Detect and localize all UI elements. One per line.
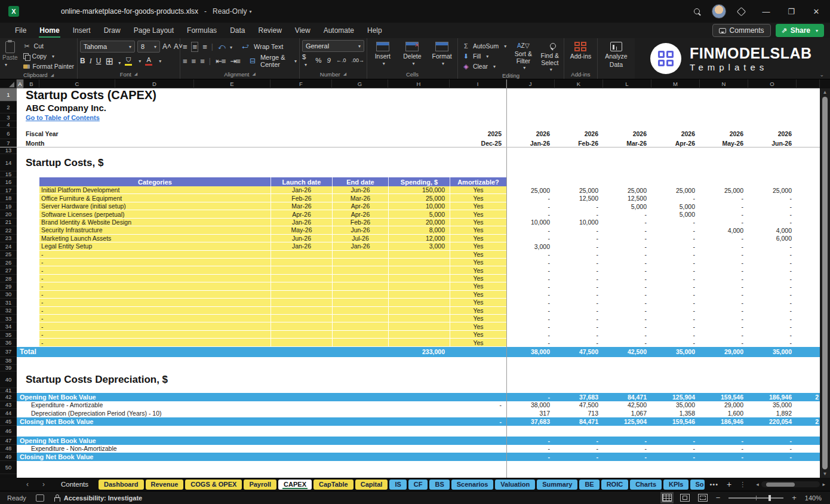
launch-cell[interactable] <box>270 339 332 346</box>
align-bottom-button[interactable]: ≡ <box>202 42 207 51</box>
empty-row[interactable] <box>17 357 820 365</box>
month-value-cell[interactable]: - <box>748 266 797 274</box>
row-header-40[interactable]: 40 <box>0 371 17 388</box>
comma-format-button[interactable]: 9 <box>327 57 331 64</box>
launch-cell[interactable]: Jun-26 <box>270 235 332 242</box>
launch-cell[interactable]: Mar-26 <box>270 202 332 210</box>
depreciation-month-value[interactable]: - <box>700 437 748 445</box>
launch-cell[interactable]: Feb-26 <box>270 194 332 202</box>
spending-cell[interactable] <box>388 322 450 330</box>
month-value-cell[interactable]: - <box>555 299 603 306</box>
launch-cell[interactable] <box>270 251 332 259</box>
depreciation-month-value[interactable]: - <box>603 453 651 461</box>
month-value-cell[interactable]: 10,000 <box>555 219 603 226</box>
month-value-cell[interactable]: - <box>506 251 555 259</box>
column-header-F[interactable]: F <box>270 79 332 88</box>
insert-cells-button[interactable]: Insert▾ <box>370 40 396 66</box>
depreciation-month-value[interactable]: 1,358 <box>651 409 700 417</box>
launch-cell[interactable] <box>270 275 332 282</box>
month-value-cell[interactable]: - <box>603 259 651 266</box>
category-cell[interactable]: - <box>39 315 270 322</box>
readonly-chevron-icon[interactable]: ▾ <box>249 9 251 14</box>
end-cell[interactable] <box>332 282 388 290</box>
month-value-cell[interactable]: - <box>603 210 651 218</box>
month-value-cell[interactable]: - <box>700 219 748 226</box>
month-value-cell[interactable]: - <box>651 219 700 226</box>
menu-tab-help[interactable]: Help <box>361 24 389 37</box>
depreciation-row-label[interactable]: Opening Net Book Value <box>17 393 436 401</box>
end-cell[interactable]: Jul-26 <box>332 235 388 242</box>
depreciation-month-value[interactable]: - <box>603 437 651 445</box>
column-header-E[interactable]: E <box>194 79 270 88</box>
zoom-in-button[interactable]: + <box>792 493 797 502</box>
merge-center-button[interactable]: Merge & Center <box>260 54 287 68</box>
month-value-cell[interactable]: - <box>603 291 651 299</box>
depreciation-month-value[interactable]: 38,000 <box>506 401 555 409</box>
empty-row[interactable] <box>17 171 820 177</box>
category-cell[interactable]: - <box>39 307 270 315</box>
amortizable-cell[interactable]: Yes <box>450 259 506 266</box>
spending-cell[interactable] <box>388 282 450 290</box>
depreciation-month-value[interactable]: 186,946 <box>748 393 797 401</box>
fiscal-label[interactable]: Fiscal Year <box>17 128 436 139</box>
month-value-cell[interactable]: - <box>555 315 603 322</box>
month-month-value[interactable]: Apr-26 <box>651 139 700 147</box>
depreciation-month-value[interactable]: 35,000 <box>651 401 700 409</box>
depreciation-month-value[interactable]: - <box>506 453 555 461</box>
depreciation-dec-value[interactable]: - <box>436 401 506 409</box>
zoom-slider-thumb[interactable] <box>768 495 771 501</box>
sheet-tab-bs[interactable]: BS <box>429 480 449 490</box>
row-header-3[interactable]: 3 <box>0 113 17 121</box>
row-header-48[interactable]: 48 <box>0 445 17 453</box>
depreciation-partial-value[interactable]: 2 <box>797 393 820 401</box>
end-cell[interactable]: Feb-26 <box>332 219 388 226</box>
depreciation-row-label[interactable]: Expenditure - Non-Amortizable <box>17 445 436 453</box>
end-cell[interactable]: Apr-26 <box>332 202 388 210</box>
launch-cell[interactable] <box>270 266 332 274</box>
month-value-cell[interactable]: - <box>603 226 651 234</box>
horizontal-scrollbar-thumb[interactable] <box>766 483 795 487</box>
month-value-cell[interactable]: - <box>506 315 555 322</box>
amortizable-cell[interactable]: Yes <box>450 339 506 346</box>
empty-row[interactable] <box>17 121 820 128</box>
add-ins-button[interactable]: Add-ins <box>567 40 595 60</box>
month-value-cell[interactable]: - <box>603 235 651 242</box>
table-header-spending-[interactable]: Spending, $ <box>388 177 450 186</box>
font-color-dropdown[interactable]: ▾ <box>159 59 161 64</box>
depreciation-month-value[interactable]: - <box>651 453 700 461</box>
depreciation-partial-value[interactable] <box>797 453 820 461</box>
percent-format-button[interactable]: % <box>315 57 321 64</box>
table-header-end-date[interactable]: End date <box>332 177 388 186</box>
fiscal-dec-value[interactable]: 2025 <box>436 128 506 139</box>
total-dec[interactable] <box>450 347 506 357</box>
share-button[interactable]: ⇗ Share ▾ <box>776 24 824 37</box>
month-value-cell[interactable]: - <box>603 322 651 330</box>
month-value-cell[interactable]: - <box>506 291 555 299</box>
month-value-cell[interactable]: - <box>603 242 651 250</box>
month-value-cell[interactable]: - <box>506 299 555 306</box>
sheet-tab-capital[interactable]: Capital <box>355 480 388 490</box>
month-value-cell[interactable]: - <box>700 322 748 330</box>
month-value-cell[interactable]: - <box>651 282 700 290</box>
depreciation-month-value[interactable]: 186,946 <box>700 417 748 426</box>
increase-indent-button[interactable]: ⇥≡ <box>230 57 239 66</box>
total-month-value[interactable]: 29,000 <box>700 347 748 357</box>
align-top-button[interactable]: ≡ <box>183 42 187 51</box>
end-cell[interactable] <box>332 251 388 259</box>
spending-cell[interactable] <box>388 331 450 339</box>
category-cell[interactable]: Office Furniture & Equipment <box>39 194 270 202</box>
month-value-cell[interactable]: - <box>506 210 555 218</box>
depreciation-month-value[interactable]: 47,500 <box>555 401 603 409</box>
month-value-cell[interactable]: - <box>506 235 555 242</box>
month-value-cell[interactable]: - <box>700 266 748 274</box>
row-header-33[interactable]: 33 <box>0 315 17 322</box>
row-header-50[interactable]: 50 <box>0 461 17 474</box>
menu-tab-data[interactable]: Data <box>223 24 251 37</box>
font-size-select[interactable]: 8▾ <box>137 41 160 53</box>
depreciation-partial-value[interactable] <box>797 409 820 417</box>
month-value-cell[interactable]: 25,000 <box>506 186 555 194</box>
row-header-25[interactable]: 25 <box>0 251 17 259</box>
month-value-cell[interactable]: - <box>555 291 603 299</box>
sheet-tab-dashboard[interactable]: Dashboard <box>99 480 143 490</box>
month-value-cell[interactable]: - <box>700 251 748 259</box>
